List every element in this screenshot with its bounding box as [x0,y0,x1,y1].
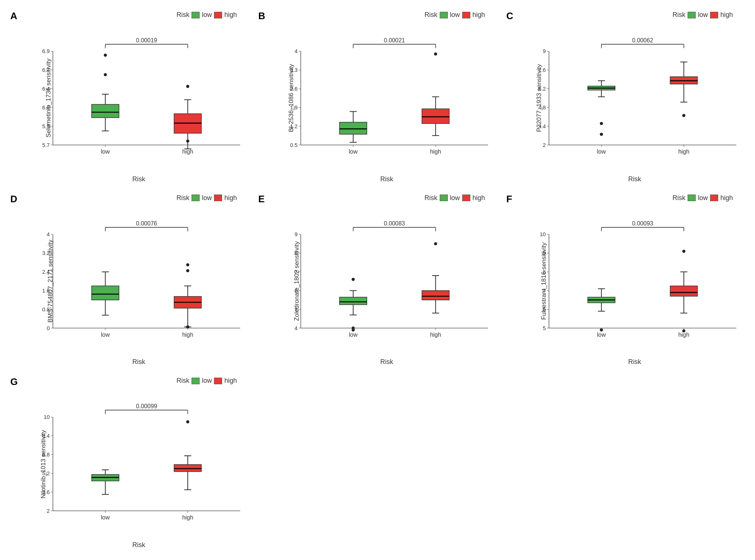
chart-area-D: BMS-754807_2171 sensitivity00.81.62.43.2… [29,204,248,358]
svg-text:low: low [349,331,358,337]
svg-text:high: high [678,148,689,155]
y-label-D: BMS-754807_2171 sensitivity [47,240,54,323]
chart-area-E: Zoledronate_1802 sensitivity456789lowhig… [277,204,496,358]
svg-text:0.00093: 0.00093 [632,220,653,226]
legend: Risk low high [176,11,248,19]
panel-letter-B: B [258,10,265,22]
svg-text:4: 4 [47,231,50,237]
svg-text:6.9: 6.9 [42,48,50,54]
legend-risk-label: Risk [176,194,189,202]
legend-risk-label: Risk [176,377,189,385]
svg-rect-62 [422,109,449,123]
legend-low-label: low [450,11,460,19]
chart-svg: 5.75.96.26.46.76.9lowhigh0.00019 [29,21,248,175]
legend-high-label: high [473,194,485,202]
svg-point-93 [600,133,603,136]
legend: Risk low high [425,11,496,19]
svg-rect-246 [174,465,201,472]
panel-letter-D: D [10,193,17,205]
x-label-A: Risk [132,175,145,183]
x-label-F: Risk [628,358,641,366]
x-label-B: Risk [380,175,393,183]
main-grid: A Risk low high Selumetinib_1736 sensiti… [0,0,755,560]
svg-rect-18 [92,104,119,118]
legend-high-label: high [224,194,237,202]
svg-text:0.5: 0.5 [290,142,298,148]
svg-point-136 [186,263,189,266]
chart-area-G: Nilotinib_1013 sensitivity23.65.26.88.41… [29,387,248,541]
svg-text:2: 2 [47,508,50,514]
legend-risk-label: Risk [425,11,438,19]
panel-letter-G: G [10,376,18,388]
legend-high-label: high [224,377,237,385]
chart-area-F: Fulvestrant_1816 sensitivity5678910lowhi… [526,204,744,358]
legend-low-box [192,195,200,201]
svg-rect-210 [670,286,697,296]
chart-svg: 23.65.26.88.410lowhigh0.00099 [29,387,248,541]
svg-point-138 [186,325,189,328]
svg-text:high: high [430,331,441,337]
y-label-B: BI-2536_1086 sensitivity [288,64,295,132]
legend-high-box [710,195,718,201]
svg-point-28 [186,140,189,143]
legend-low-label: low [698,11,708,19]
svg-point-212 [682,249,685,252]
x-label-D: Risk [132,358,145,366]
panel-G: G Risk low high Nilotinib_1013 sensitivi… [7,373,252,553]
svg-text:5.7: 5.7 [42,142,50,148]
chart-svg: 456789lowhigh0.00083 [277,204,496,358]
legend-high-box [214,12,222,18]
svg-text:high: high [182,331,193,337]
x-label-E: Risk [380,358,393,366]
chart-svg: 23.44.86.27.69lowhigh0.00062 [526,21,744,175]
svg-text:10: 10 [540,231,546,237]
svg-text:high: high [182,148,193,155]
svg-text:low: low [597,148,606,155]
svg-text:4: 4 [295,325,298,331]
svg-text:10: 10 [44,414,50,420]
svg-text:0.00083: 0.00083 [384,220,405,226]
svg-text:0.00099: 0.00099 [136,403,157,409]
legend-low-label: low [450,194,460,202]
panel-B: B Risk low high BI-2536_1086 sensitivity… [255,7,499,187]
legend-high-label: high [720,194,733,202]
legend-high-box [462,12,470,18]
svg-text:high: high [430,148,441,155]
svg-point-137 [186,269,189,272]
svg-text:0.00076: 0.00076 [136,220,157,226]
chart-svg: 0.51.21.92.63.34lowhigh0.00021 [277,21,496,175]
y-label-F: Fulvestrant_1816 sensitivity [540,242,548,320]
legend-low-box [688,12,696,18]
svg-text:low: low [597,331,606,337]
svg-text:9: 9 [543,48,546,54]
legend-high-box [214,378,222,384]
legend-low-box [192,378,200,384]
legend-low-box [688,195,696,201]
svg-text:high: high [182,514,193,521]
legend-low-box [192,12,200,18]
legend-low-label: low [202,194,212,202]
svg-text:0.00021: 0.00021 [384,37,405,43]
panel-letter-A: A [10,10,17,22]
chart-area-B: BI-2536_1086 sensitivity0.51.21.92.63.34… [277,21,496,175]
svg-point-21 [104,73,107,76]
y-label-C: P22077_1933 sensitivity [535,64,543,132]
svg-text:high: high [678,331,689,337]
svg-point-101 [682,114,685,117]
panel-C: C Risk low high P22077_1933 sensitivity2… [503,7,748,187]
legend-low-label: low [698,194,708,202]
svg-text:low: low [349,148,358,155]
svg-text:0.00062: 0.00062 [632,37,653,43]
svg-point-248 [186,420,189,423]
svg-text:low: low [101,331,110,337]
y-label-A: Selumetinib_1736 sensitivity [45,59,52,138]
y-label-E: Zoledronate_1802 sensitivity [294,241,301,321]
x-label-G: Risk [132,541,145,549]
legend: Risk low high [673,194,744,202]
legend-risk-label: Risk [673,194,685,202]
svg-rect-56 [340,122,367,134]
panel-E: E Risk low high Zoledronate_1802 sensiti… [255,190,499,370]
x-label-C: Risk [628,175,641,183]
legend-low-label: low [202,377,212,385]
legend: Risk low high [176,194,248,202]
